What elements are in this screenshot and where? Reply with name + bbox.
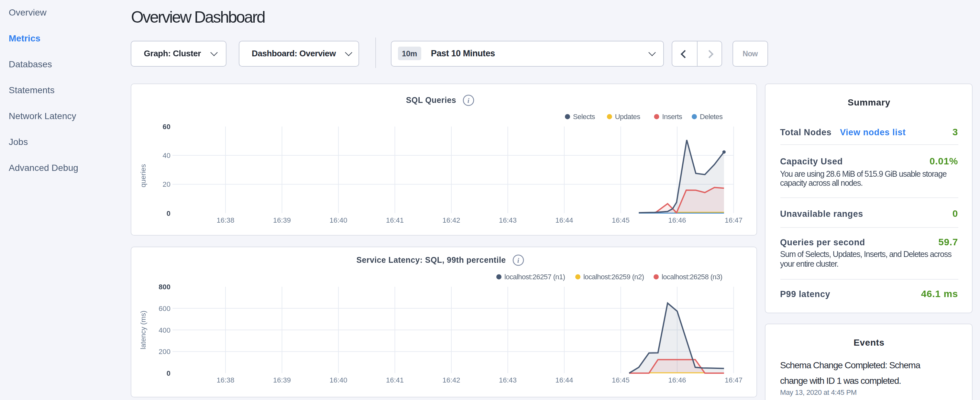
svg-text:0: 0 xyxy=(167,209,170,217)
svg-text:20: 20 xyxy=(163,180,170,188)
svg-text:16:47: 16:47 xyxy=(725,376,743,384)
svg-text:16:43: 16:43 xyxy=(499,216,517,224)
svg-text:600: 600 xyxy=(159,304,170,312)
svg-text:16:43: 16:43 xyxy=(499,376,517,384)
svg-text:800: 800 xyxy=(159,282,170,291)
svg-text:16:47: 16:47 xyxy=(725,216,743,224)
svg-text:60: 60 xyxy=(163,122,170,131)
svg-text:localhost:26258 (n3): localhost:26258 (n3) xyxy=(662,273,722,280)
svg-text:16:40: 16:40 xyxy=(329,376,347,384)
svg-text:localhost:26257 (n1): localhost:26257 (n1) xyxy=(504,273,565,280)
svg-text:16:44: 16:44 xyxy=(555,216,573,224)
svg-text:16:38: 16:38 xyxy=(216,376,234,384)
svg-text:200: 200 xyxy=(159,347,170,355)
svg-text:16:39: 16:39 xyxy=(273,376,291,384)
svg-text:16:45: 16:45 xyxy=(612,216,630,224)
svg-text:400: 400 xyxy=(159,326,170,334)
svg-text:0: 0 xyxy=(167,369,170,377)
svg-text:16:39: 16:39 xyxy=(273,216,291,224)
svg-text:Updates: Updates xyxy=(615,112,640,120)
svg-text:latency (ms): latency (ms) xyxy=(139,310,147,349)
svg-text:16:45: 16:45 xyxy=(612,376,630,384)
svg-text:Inserts: Inserts xyxy=(662,112,682,120)
svg-text:16:46: 16:46 xyxy=(668,216,686,224)
svg-text:16:46: 16:46 xyxy=(668,376,686,384)
svg-text:16:42: 16:42 xyxy=(442,376,460,384)
svg-text:Selects: Selects xyxy=(573,112,595,120)
svg-text:16:41: 16:41 xyxy=(386,376,404,384)
svg-text:16:44: 16:44 xyxy=(555,376,573,384)
svg-text:queries: queries xyxy=(139,164,147,187)
svg-text:16:40: 16:40 xyxy=(329,216,347,224)
svg-text:40: 40 xyxy=(163,151,170,159)
svg-text:16:41: 16:41 xyxy=(386,216,404,224)
svg-text:16:42: 16:42 xyxy=(442,216,460,224)
svg-text:16:38: 16:38 xyxy=(216,216,234,224)
svg-text:Deletes: Deletes xyxy=(700,112,723,120)
svg-text:localhost:26259 (n2): localhost:26259 (n2) xyxy=(583,273,644,280)
